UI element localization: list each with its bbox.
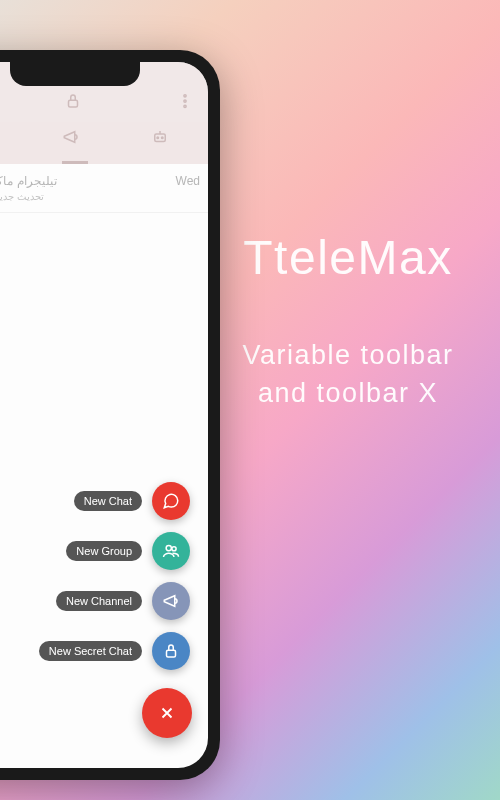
tab-channels[interactable]	[62, 128, 88, 154]
chat-icon	[152, 482, 190, 520]
chat-title: Max | تیلیجرام ماکس	[0, 174, 57, 188]
svg-point-8	[166, 545, 171, 550]
lock-icon[interactable]	[64, 92, 86, 114]
megaphone-icon	[152, 582, 190, 620]
fab-item-new-chat[interactable]: New Chat	[74, 482, 190, 520]
fab-item-new-secret-chat[interactable]: New Secret Chat	[39, 632, 190, 670]
promo-sub-1: Variable toolbar	[208, 337, 488, 375]
svg-rect-0	[69, 100, 78, 107]
svg-point-7	[161, 137, 163, 139]
tab-bar	[0, 122, 208, 164]
phone-frame: Max | تیلیجرام ماکس ✓ v9.8.7 تحدیث جدید …	[0, 50, 220, 780]
fab-menu: New Chat New Group New Channel New Secre…	[0, 482, 208, 738]
svg-point-3	[184, 105, 186, 107]
svg-point-9	[172, 547, 176, 551]
overflow-icon[interactable]	[176, 92, 198, 114]
promo-block: TteleMax Variable toolbar and toolbar X	[208, 230, 488, 413]
fab-label: New Channel	[56, 591, 142, 611]
chat-day: Wed	[176, 174, 200, 202]
fab-item-new-channel[interactable]: New Channel	[56, 582, 190, 620]
fab-close-button[interactable]	[142, 688, 192, 738]
fab-label: New Secret Chat	[39, 641, 142, 661]
fab-item-new-group[interactable]: New Group	[66, 532, 190, 570]
promo-sub-2: and toolbar X	[208, 375, 488, 413]
lock-icon	[152, 632, 190, 670]
svg-point-1	[184, 95, 186, 97]
tab-bots[interactable]	[151, 128, 177, 154]
svg-rect-10	[167, 650, 176, 657]
svg-point-2	[184, 100, 186, 102]
chat-row[interactable]: Max | تیلیجرام ماکس ✓ v9.8.7 تحدیث جدید …	[0, 164, 208, 213]
phone-screen: Max | تیلیجرام ماکس ✓ v9.8.7 تحدیث جدید …	[0, 62, 208, 768]
svg-point-6	[157, 137, 159, 139]
phone-notch	[10, 62, 140, 86]
fab-label: New Group	[66, 541, 142, 561]
fab-label: New Chat	[74, 491, 142, 511]
chat-update: تحدیث جدید	[0, 191, 44, 202]
promo-title: TteleMax	[208, 230, 488, 285]
group-icon	[152, 532, 190, 570]
